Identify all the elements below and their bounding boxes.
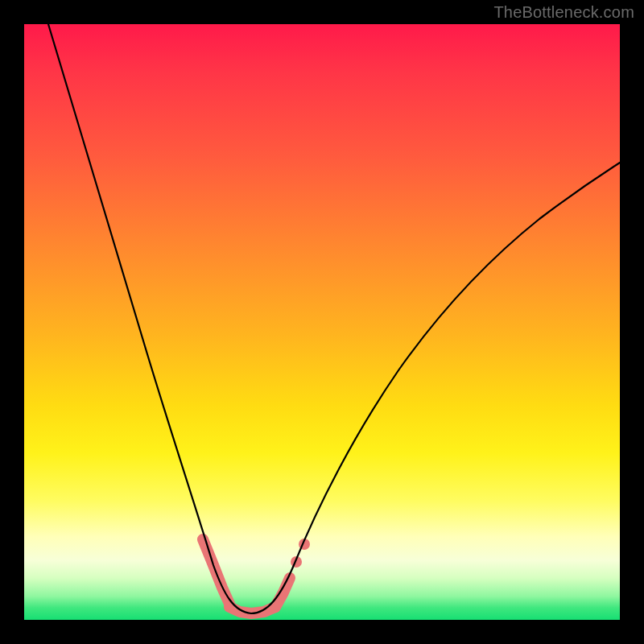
chart-frame: TheBottleneck.com — [0, 0, 644, 644]
plot-area — [24, 24, 620, 620]
bottleneck-curve — [48, 24, 620, 613]
optimal-marker — [203, 539, 310, 613]
curve-layer — [24, 24, 620, 620]
watermark-text: TheBottleneck.com — [493, 3, 634, 22]
